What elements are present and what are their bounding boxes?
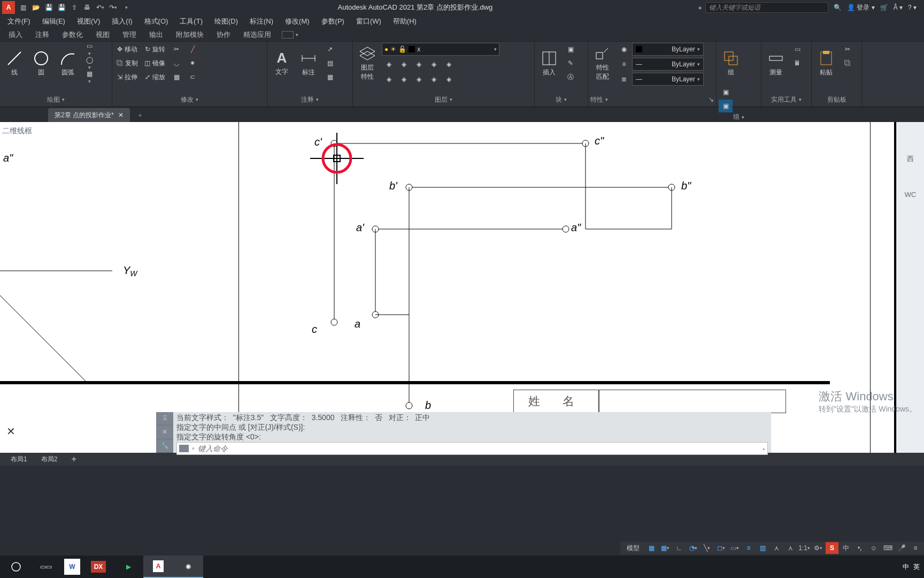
- user-icon[interactable]: 👤 登录 ▾: [847, 3, 875, 12]
- isodraft-icon[interactable]: ╲▾: [700, 542, 713, 554]
- snap-icon[interactable]: ▦▾: [659, 542, 672, 554]
- taskbar-media-icon[interactable]: ▶: [113, 556, 143, 578]
- lineweight-dropdown[interactable]: —ByLayer▾: [632, 58, 704, 71]
- layout-tab-add[interactable]: +: [65, 453, 82, 466]
- linetype-dropdown[interactable]: —ByLayer▾: [632, 73, 704, 86]
- taskbar-word-icon[interactable]: W: [64, 559, 80, 575]
- ellipse-icon[interactable]: ◯▾: [82, 57, 96, 70]
- anno-scale-icon[interactable]: ⋏: [784, 542, 797, 554]
- customize-icon[interactable]: ≡: [909, 542, 922, 554]
- layer-off-icon[interactable]: ◈: [397, 58, 411, 71]
- menu-param[interactable]: 参数(P): [316, 15, 350, 28]
- sc-icon[interactable]: ⋏: [770, 542, 783, 554]
- rotate-button[interactable]: ↻ 旋转: [142, 43, 167, 56]
- cmd-grip-icon[interactable]: ⠿: [156, 412, 173, 425]
- paste-button[interactable]: 粘贴: [814, 43, 838, 83]
- layer-b3-icon[interactable]: ◈: [412, 73, 426, 86]
- app-switcher-icon[interactable]: Å ▾: [894, 4, 903, 11]
- qat-undo-icon[interactable]: ↶▾: [94, 2, 106, 13]
- layout-tab-2[interactable]: 布局2: [35, 453, 64, 466]
- search-icon[interactable]: 🔍: [834, 4, 842, 11]
- offset-icon[interactable]: ⊂: [186, 71, 199, 83]
- explode-icon[interactable]: ✷: [186, 57, 199, 70]
- menu-format[interactable]: 格式(O): [139, 15, 174, 28]
- layer-dropdown[interactable]: ● ☀ 🔓 x ▾: [382, 43, 499, 56]
- add-doc-tab-button[interactable]: ＋: [133, 108, 147, 122]
- tab-extra-square[interactable]: ▾: [282, 28, 298, 41]
- right-pal-item2[interactable]: WC: [905, 191, 917, 199]
- polar-icon[interactable]: ◔▾: [687, 542, 699, 554]
- polyline-button[interactable]: 圆: [29, 43, 53, 83]
- linetype-icon[interactable]: ≣: [617, 73, 631, 86]
- ime-keyboard-icon[interactable]: ⌨: [881, 542, 894, 554]
- menu-insert[interactable]: 插入(I): [106, 15, 137, 28]
- layer-lock2-icon[interactable]: ◈: [427, 58, 441, 71]
- search-input[interactable]: 键入关键字或短语: [705, 2, 828, 13]
- select-icon[interactable]: ▭: [790, 43, 804, 56]
- layer-match-icon[interactable]: ◈: [442, 58, 456, 71]
- insert-block-button[interactable]: 插入: [537, 43, 561, 83]
- layer-props-button[interactable]: 图层 特性: [355, 43, 380, 83]
- match-props-button[interactable]: 特性 匹配: [590, 43, 615, 83]
- menu-view[interactable]: 视图(V): [72, 15, 105, 28]
- layer-b2-icon[interactable]: ◈: [397, 73, 411, 86]
- status-model-button[interactable]: 模型: [622, 544, 644, 553]
- tab-annotate[interactable]: 注释: [29, 28, 56, 41]
- copy-button[interactable]: ⿻ 复制: [114, 57, 140, 70]
- tab-output[interactable]: 输出: [143, 28, 170, 41]
- scale-button[interactable]: ⤢ 缩放: [142, 71, 167, 83]
- doc-tab-active[interactable]: 第2章 点的投影作业*✕: [48, 108, 130, 122]
- close-tab-icon[interactable]: ✕: [118, 111, 124, 119]
- grid-icon[interactable]: ▦: [645, 542, 658, 554]
- stretch-button[interactable]: ⇲ 拉伸: [114, 71, 140, 83]
- cmd-grip-bar[interactable]: ⠿ ✕ 🔧: [156, 412, 173, 453]
- qat-plot-icon[interactable]: 🖶: [81, 2, 93, 13]
- taskbar-dx-icon[interactable]: DX: [83, 556, 113, 578]
- app-menu-icon[interactable]: A: [2, 1, 15, 14]
- layer-iso-icon[interactable]: ◈: [382, 58, 396, 71]
- table-icon[interactable]: ▤: [323, 57, 337, 70]
- layer-b4-icon[interactable]: ◈: [427, 73, 441, 86]
- move-button[interactable]: ✥ 移动: [114, 43, 140, 56]
- tab-collab[interactable]: 协作: [210, 28, 237, 41]
- group-edit-icon[interactable]: ▣: [719, 100, 733, 112]
- qat-more-icon[interactable]: [120, 2, 132, 13]
- anno-more-icon[interactable]: ▦: [323, 71, 337, 83]
- tab-param[interactable]: 参数化: [56, 28, 89, 41]
- ortho-icon[interactable]: ∟: [673, 542, 686, 554]
- cut-icon[interactable]: ✂: [841, 43, 854, 56]
- layout-tab-1[interactable]: 布局1: [4, 453, 34, 466]
- tab-insert[interactable]: 插入: [2, 28, 29, 41]
- cmd-input-row[interactable]: ▾ ▴: [176, 442, 768, 455]
- color-wheel-icon[interactable]: ◉: [617, 43, 631, 56]
- cmd-scroll-icon[interactable]: ▴: [763, 446, 765, 451]
- taskbar-camera-icon[interactable]: ◉: [173, 556, 203, 578]
- osnap-icon[interactable]: ◻▾: [714, 542, 727, 554]
- qat-redo-icon[interactable]: ↷▾: [107, 2, 119, 13]
- menu-tools[interactable]: 工具(T): [174, 15, 208, 28]
- line-button[interactable]: 线: [2, 43, 27, 83]
- menu-dim[interactable]: 标注(N): [244, 15, 279, 28]
- dimension-button[interactable]: 标注: [296, 43, 321, 83]
- array-icon[interactable]: ▦: [170, 71, 183, 83]
- menu-window[interactable]: 窗口(W): [351, 15, 387, 28]
- tray-en[interactable]: 英: [913, 562, 920, 572]
- layer-b1-icon[interactable]: ◈: [382, 73, 396, 86]
- help-icon[interactable]: ? ▾: [908, 4, 917, 11]
- cart-icon[interactable]: 🛒: [880, 4, 888, 11]
- taskbar-autocad-icon[interactable]: A: [143, 556, 173, 578]
- mirror-button[interactable]: ◫ 镜像: [142, 57, 167, 70]
- ungroup-icon[interactable]: ▣: [719, 86, 733, 98]
- drawing-viewport[interactable]: 二维线框 YW a" c' c" c b' b" a': [0, 122, 924, 453]
- group-button[interactable]: 组: [719, 43, 743, 83]
- block-edit-icon[interactable]: ✎: [564, 57, 578, 70]
- text-button[interactable]: A文字: [270, 43, 294, 83]
- tab-manage[interactable]: 管理: [116, 28, 143, 41]
- tray-zh[interactable]: 中: [903, 562, 909, 572]
- menu-edit[interactable]: 编辑(E): [37, 15, 71, 28]
- block-attr-icon[interactable]: Ⓐ: [564, 71, 578, 83]
- ime-mic-icon[interactable]: 🎤: [895, 542, 908, 554]
- block-create-icon[interactable]: ▣: [564, 43, 578, 56]
- otrack-icon[interactable]: ▭▾: [728, 542, 741, 554]
- leader-icon[interactable]: ↗: [323, 43, 337, 56]
